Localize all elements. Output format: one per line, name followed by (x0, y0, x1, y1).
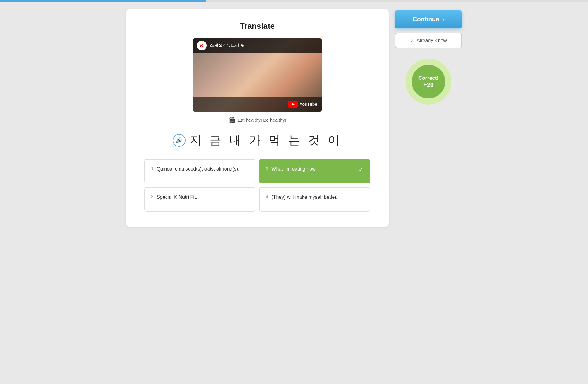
progress-bar-container (0, 0, 588, 2)
options-grid: 1 Quinoa, chia seed(s), oats, almond(s).… (144, 159, 370, 212)
option-2[interactable]: 2 What I'm eating now, ✓ (259, 159, 370, 183)
video-bottom-bar: YouTube (193, 97, 322, 112)
already-know-check-icon: ✓ (410, 38, 414, 43)
speaker-icon: 🔊 (176, 137, 182, 144)
correct-points: +20 (423, 81, 434, 88)
option-3-text: Special K Nutri Fit. (156, 194, 197, 201)
option-1-text: Quinoa, chia seed(s), oats, almond(s). (156, 166, 239, 172)
page-title: Translate (144, 21, 370, 31)
video-thumbnail[interactable]: K 스페셜K 뉴트리 핏 ⋮ YouTube (193, 38, 322, 112)
video-channel-title: 스페셜K 뉴트리 핏 (210, 43, 309, 48)
option-4[interactable]: 4 (They) will make myself better. (259, 187, 370, 212)
page-wrapper: Translate K 스페셜K 뉴트리 핏 ⋮ YouTube (126, 6, 462, 227)
video-caption: 🎬 Eat healthy! Be healthy! (144, 116, 370, 123)
already-know-label: Already Know (417, 38, 447, 43)
correct-label: Correct! (418, 75, 439, 81)
video-inner: K 스페셜K 뉴트리 핏 ⋮ YouTube (193, 38, 322, 112)
option-3-number: 3 (151, 194, 153, 199)
option-4-text: (They) will make myself better. (271, 194, 337, 201)
caption-text: Eat healthy! Be healthy! (238, 117, 286, 123)
youtube-play-icon (288, 101, 298, 108)
continue-button[interactable]: Continue › (395, 10, 462, 28)
correct-checkmark-icon: ✓ (358, 166, 364, 173)
option-1-number: 1 (151, 166, 153, 171)
korean-text: 지 금 내 가 먹 는 것 이 (190, 132, 342, 148)
sidebar: Continue › ✓ Already Know Correct! +20 (395, 9, 462, 105)
option-2-text: What I'm eating now, (271, 166, 317, 172)
continue-label: Continue (413, 16, 439, 23)
korean-sentence-row: 🔊 지 금 내 가 먹 는 것 이 (144, 132, 370, 148)
continue-arrow-icon: › (442, 16, 444, 23)
already-know-button[interactable]: ✓ Already Know (395, 33, 462, 48)
video-top-bar: K 스페셜K 뉴트리 핏 ⋮ (193, 38, 322, 53)
option-1[interactable]: 1 Quinoa, chia seed(s), oats, almond(s). (144, 159, 255, 183)
option-4-number: 4 (266, 194, 268, 199)
main-card: Translate K 스페셜K 뉴트리 핏 ⋮ YouTube (126, 9, 389, 227)
video-menu-dots[interactable]: ⋮ (312, 42, 318, 49)
correct-badge-outer: Correct! +20 (406, 59, 451, 105)
youtube-label: YouTube (300, 102, 317, 107)
option-3[interactable]: 3 Special K Nutri Fit. (144, 187, 255, 212)
youtube-play-button[interactable]: YouTube (288, 101, 317, 108)
caption-icon: 🎬 (229, 116, 235, 123)
correct-badge: Correct! +20 (412, 65, 445, 98)
audio-button[interactable]: 🔊 (173, 134, 186, 147)
progress-bar-fill (0, 0, 206, 2)
video-logo: K (197, 41, 207, 50)
option-2-number: 2 (266, 166, 268, 171)
